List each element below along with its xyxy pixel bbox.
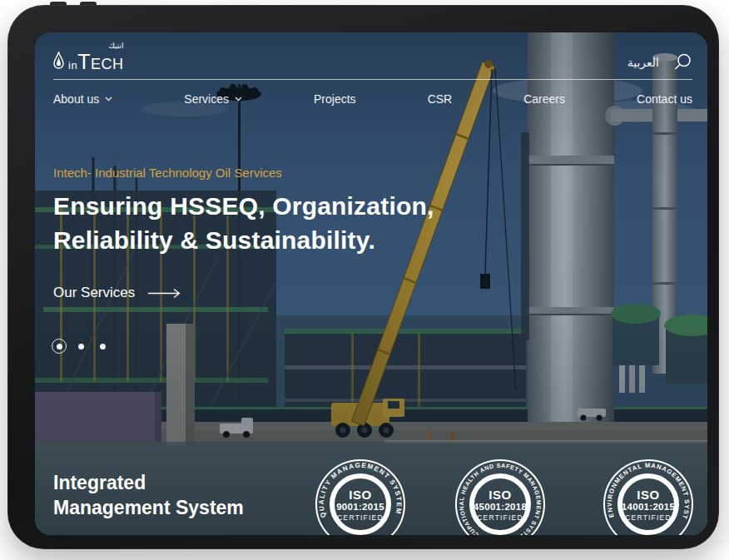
ims-title-line2: Management System xyxy=(53,495,244,520)
brand-arabic-name: انتيك xyxy=(108,42,123,50)
nav-csr[interactable]: CSR xyxy=(428,92,453,106)
nav-projects[interactable]: Projects xyxy=(314,92,356,106)
iso-45001-badge: OCCUPATIONAL HEALTH AND SAFETY MANAGEMEN… xyxy=(454,458,546,535)
chevron-down-icon xyxy=(235,97,242,102)
integrated-management-system-bar: Integrated Management System QUALITY MAN… xyxy=(35,448,707,535)
hero-section: Intech- Industrial Technology Oil Servic… xyxy=(53,166,434,257)
brand-text-ech: ECH xyxy=(91,56,124,72)
header-divider xyxy=(53,79,692,80)
chevron-down-icon xyxy=(105,97,112,102)
brand-text-t: T xyxy=(77,50,91,73)
svg-text:45001:2018: 45001:2018 xyxy=(474,502,528,512)
nav-services[interactable]: Services xyxy=(184,92,242,106)
iso-14001-badge: ENVIRONMENTAL MANAGEMENT SYSTEMS ISO 140… xyxy=(603,458,694,535)
search-icon[interactable] xyxy=(672,52,692,72)
tablet-frame: inTECH انتيك العربية About us xyxy=(7,5,719,549)
svg-text:14001:2015: 14001:2015 xyxy=(622,502,676,512)
svg-text:9001:2015: 9001:2015 xyxy=(336,502,384,512)
nav-careers[interactable]: Careers xyxy=(523,92,565,106)
hero-title-line2: Reliability & Sustainability. xyxy=(53,223,434,257)
svg-text:ISO: ISO xyxy=(349,488,371,502)
hero-title-line1: Ensuring HSSEQ, Organization, xyxy=(53,189,434,223)
svg-text:ISO: ISO xyxy=(488,488,511,502)
oil-drop-icon xyxy=(53,52,64,70)
website-screen: inTECH انتيك العربية About us xyxy=(35,32,707,535)
svg-text:CERTIFIED: CERTIFIED xyxy=(625,513,672,522)
carousel-dots xyxy=(52,339,110,354)
our-services-label: Our Services xyxy=(53,285,135,301)
brand-wordmark: inTECH انتيك xyxy=(68,43,123,72)
page: inTECH انتيك العربية About us xyxy=(0,0,729,560)
carousel-dot-3[interactable] xyxy=(95,339,110,354)
iso-9001-badge: QUALITY MANAGEMENT SYSTEMS ISO 9001:2015… xyxy=(315,458,406,535)
arrow-right-icon xyxy=(148,288,181,299)
hero-title: Ensuring HSSEQ, Organization, Reliabilit… xyxy=(53,189,434,257)
nav-contact-us[interactable]: Contact us xyxy=(637,92,692,106)
brand-text-in: in xyxy=(68,59,77,72)
carousel-dot-2[interactable] xyxy=(73,339,88,354)
ims-title-line1: Integrated xyxy=(53,470,244,495)
svg-text:CERTIFIED: CERTIFIED xyxy=(337,513,384,522)
language-switcher-arabic[interactable]: العربية xyxy=(627,56,659,69)
brand-logo[interactable]: inTECH انتيك xyxy=(53,43,123,72)
svg-text:CERTIFIED: CERTIFIED xyxy=(477,513,523,522)
svg-text:ISO: ISO xyxy=(637,488,659,502)
carousel-dot-1-active[interactable] xyxy=(52,339,67,354)
hero-kicker: Intech- Industrial Technology Oil Servic… xyxy=(53,166,434,180)
main-navigation: About us Services Projects CSR Careers xyxy=(53,92,692,106)
our-services-link[interactable]: Our Services xyxy=(53,285,181,301)
ims-title: Integrated Management System xyxy=(53,470,244,520)
nav-about-us[interactable]: About us xyxy=(53,92,112,106)
